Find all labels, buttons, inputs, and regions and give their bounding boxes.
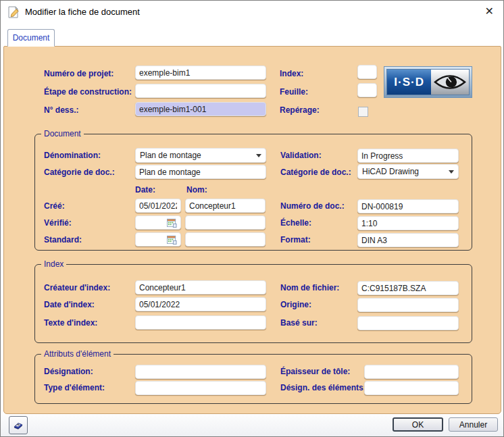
format-input[interactable] <box>357 233 459 247</box>
document-edit-icon <box>7 6 20 18</box>
index-text-label: Texte d'index: <box>44 318 97 328</box>
created-date-field[interactable]: 05/01/2022 <box>135 199 181 213</box>
format-label: Format: <box>280 235 311 245</box>
verified-date-field[interactable] <box>135 215 181 230</box>
index-group-title: Index <box>41 259 66 269</box>
scale-label: Échelle: <box>280 218 311 228</box>
eraser-icon <box>14 419 23 432</box>
verified-name-input[interactable] <box>185 215 266 230</box>
elements-designation-input[interactable] <box>364 381 459 395</box>
validation-label: Validation: <box>280 151 322 160</box>
name-column-header: Nom: <box>186 185 207 195</box>
validation-input[interactable] <box>357 149 459 163</box>
dropdown-arrow-icon <box>449 170 454 174</box>
doc-number-label: Numéro de doc.: <box>280 201 345 211</box>
index-creator-label: Créateur d'index: <box>44 283 110 292</box>
document-group-title: Document <box>41 129 84 138</box>
doc-category-label: Catégorie de doc.: <box>44 168 115 177</box>
drawing-number-label: N° dess.: <box>44 105 78 115</box>
origin-label: Origine: <box>280 300 311 309</box>
doc-category-input[interactable] <box>135 165 266 179</box>
sheet-thickness-label: Épaisseur de tôle: <box>280 367 350 376</box>
designation-input[interactable] <box>135 365 266 379</box>
construction-stage-input[interactable] <box>135 84 266 98</box>
created-label: Créé: <box>44 201 65 211</box>
standard-name-input[interactable] <box>185 232 266 247</box>
isd-logo: I·S·D <box>384 66 472 98</box>
marking-checkbox[interactable] <box>358 107 368 117</box>
marking-label: Repérage: <box>280 105 320 115</box>
standard-label: Standard: <box>44 235 82 245</box>
file-name-label: Nom de fichier: <box>280 283 339 292</box>
sheet-input[interactable] <box>357 83 377 97</box>
doc-category-right-dropdown[interactable]: HiCAD Drawing <box>357 164 459 179</box>
based-on-input[interactable] <box>357 316 459 330</box>
title-bar: Modifier la fiche de document ✕ <box>1 1 503 25</box>
window-title: Modifier la fiche de document <box>25 7 140 17</box>
index-date-input[interactable] <box>135 297 266 311</box>
project-number-input[interactable] <box>135 66 266 80</box>
close-icon[interactable]: ✕ <box>485 5 494 18</box>
doc-category-right-label: Catégorie de doc.: <box>280 168 351 177</box>
denomination-label: Dénomination: <box>44 151 101 160</box>
scale-input[interactable] <box>357 216 459 230</box>
cancel-button[interactable]: Annuler <box>449 417 498 432</box>
standard-date-field[interactable] <box>135 232 181 247</box>
index-label: Index: <box>280 69 303 78</box>
element-attributes-group: Attributs d'élément <box>34 354 472 404</box>
origin-input[interactable] <box>357 298 459 312</box>
doc-number-input[interactable] <box>357 199 459 213</box>
calendar-icon[interactable] <box>167 218 177 228</box>
index-text-input[interactable] <box>135 315 266 330</box>
elements-designation-label: Désign. des éléments: <box>280 383 366 392</box>
index-date-label: Date d'index: <box>44 300 95 309</box>
ok-button[interactable]: OK <box>393 417 443 432</box>
isd-eye-icon <box>431 70 469 95</box>
tab-document[interactable]: Document <box>7 29 55 47</box>
construction-stage-label: Étape de construction: <box>44 87 132 97</box>
project-number-label: Numéro de projet: <box>44 69 114 78</box>
date-column-header: Date: <box>135 185 155 195</box>
eraser-button[interactable] <box>9 416 28 434</box>
element-type-input[interactable] <box>135 381 266 395</box>
verified-label: Vérifié: <box>44 218 72 228</box>
index-input[interactable] <box>357 65 377 79</box>
drawing-number-input[interactable] <box>135 102 266 116</box>
based-on-label: Basé sur: <box>280 318 318 328</box>
calendar-icon[interactable] <box>167 235 177 245</box>
dropdown-arrow-icon <box>256 154 261 157</box>
created-name-input[interactable] <box>185 199 266 213</box>
isd-logo-text: I·S·D <box>387 70 431 95</box>
index-creator-input[interactable] <box>135 280 266 294</box>
file-name-input[interactable] <box>357 281 459 295</box>
element-type-label: Type d'élément: <box>44 383 105 392</box>
element-attributes-group-title: Attributs d'élément <box>41 349 114 359</box>
designation-label: Désignation: <box>44 367 93 376</box>
sheet-label: Feuille: <box>280 87 308 97</box>
sheet-thickness-input[interactable] <box>364 365 459 379</box>
denomination-dropdown[interactable]: Plan de montage <box>135 148 266 163</box>
dialog-window: Modifier la fiche de document ✕ Document… <box>0 0 504 437</box>
